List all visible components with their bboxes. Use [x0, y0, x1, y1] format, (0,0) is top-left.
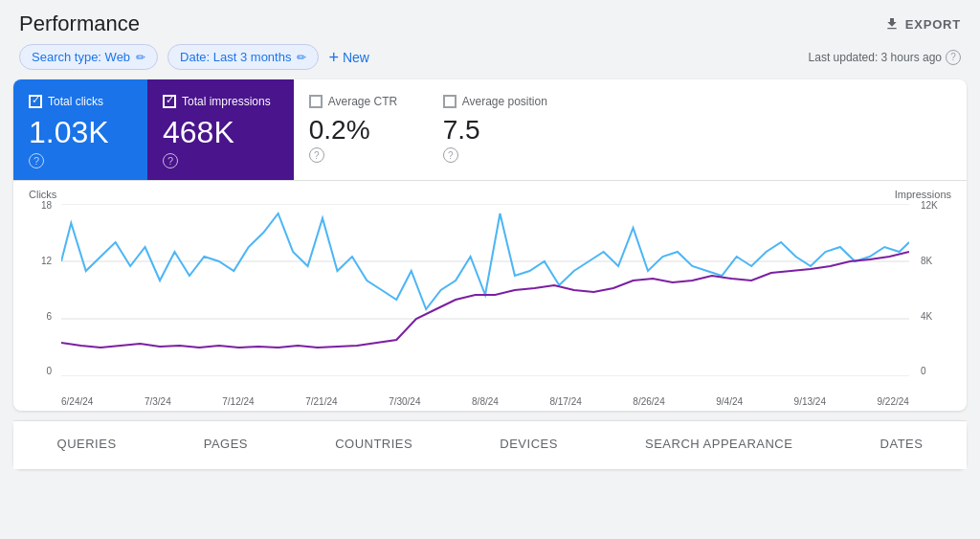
clicks-value: 1.03K: [29, 116, 124, 149]
position-value: 7.5: [443, 116, 547, 146]
metric-total-impressions[interactable]: Total impressions 468K ?: [147, 79, 294, 180]
right-axis-values: 12K 8K 4K 0: [921, 200, 951, 376]
last-updated: Last updated: 3 hours ago ?: [809, 50, 961, 65]
left-axis-values: 18 12 6 0: [29, 200, 52, 376]
performance-card: Total clicks 1.03K ? Total impressions 4…: [13, 79, 967, 411]
clicks-help-icon[interactable]: ?: [29, 153, 44, 168]
metric-total-clicks[interactable]: Total clicks 1.03K ?: [13, 79, 147, 180]
metrics-row: Total clicks 1.03K ? Total impressions 4…: [13, 79, 967, 181]
pencil-icon: ✏: [297, 51, 306, 64]
metric-average-position[interactable]: Average position 7.5 ?: [428, 79, 570, 180]
ctr-checkbox[interactable]: [309, 95, 323, 108]
right-axis-label: Impressions: [895, 189, 951, 200]
chart-svg: [61, 204, 909, 376]
left-axis-label: Clicks: [29, 189, 56, 200]
pencil-icon: ✏: [136, 51, 145, 64]
search-type-filter[interactable]: Search type: Web ✏: [19, 44, 158, 70]
toolbar: Search type: Web ✏ Date: Last 3 months ✏…: [0, 44, 980, 79]
page-title: Performance: [19, 11, 140, 36]
plus-icon: +: [328, 49, 339, 66]
metric-average-ctr[interactable]: Average CTR 0.2% ?: [294, 79, 428, 180]
tab-search-appearance[interactable]: SEARCH APPEARANCE: [626, 421, 812, 469]
impressions-checkbox[interactable]: [163, 95, 176, 108]
new-button[interactable]: + New: [328, 49, 369, 66]
impressions-help-icon[interactable]: ?: [163, 153, 178, 168]
tab-devices[interactable]: DEVICES: [480, 421, 577, 469]
tab-countries[interactable]: COUNTRIES: [316, 421, 432, 469]
ctr-value: 0.2%: [309, 116, 405, 146]
tab-queries[interactable]: QUERIES: [38, 421, 136, 469]
download-icon: [884, 16, 900, 32]
export-button[interactable]: EXPORT: [884, 16, 961, 32]
ctr-help-icon[interactable]: ?: [309, 147, 324, 163]
bottom-tabs: QUERIES PAGES COUNTRIES DEVICES SEARCH A…: [13, 420, 967, 469]
tab-dates[interactable]: DATES: [861, 421, 943, 469]
position-checkbox[interactable]: [443, 95, 457, 108]
chart-area: Clicks Impressions 18 12 6 0 12K 8K 4K 0: [13, 181, 967, 411]
position-help-icon[interactable]: ?: [443, 147, 458, 163]
page-header: Performance EXPORT: [0, 0, 980, 44]
impressions-value: 468K: [163, 116, 271, 149]
help-icon[interactable]: ?: [946, 50, 961, 65]
x-axis-labels: 6/24/24 7/3/24 7/12/24 7/21/24 7/30/24 8…: [61, 396, 909, 407]
clicks-checkbox[interactable]: [29, 95, 42, 108]
tab-pages[interactable]: PAGES: [185, 421, 267, 469]
tabs-row: QUERIES PAGES COUNTRIES DEVICES SEARCH A…: [13, 420, 967, 469]
date-filter[interactable]: Date: Last 3 months ✏: [167, 44, 319, 70]
